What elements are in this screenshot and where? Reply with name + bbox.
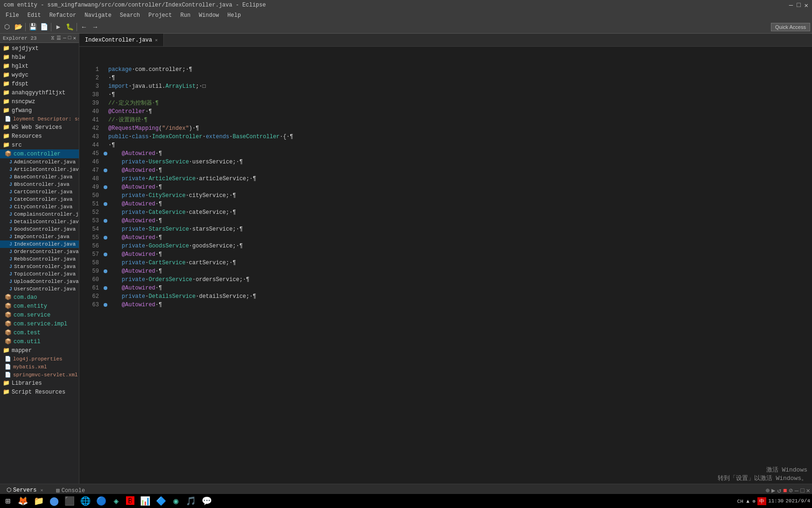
menu-item-run[interactable]: Run xyxy=(176,11,194,20)
close-button[interactable]: ✕ xyxy=(805,1,808,9)
sidebar-item-20[interactable]: JComplainsController.java xyxy=(0,211,79,218)
code-editor[interactable]: 1 package·com.controller;·¶ 2 ·¶ 3 impor… xyxy=(79,47,812,484)
sidebar-item-19[interactable]: JCityController.java xyxy=(0,203,79,211)
sidebar-item-22[interactable]: JGoodsController.java xyxy=(0,226,79,233)
toolbar-new[interactable]: ⬡ xyxy=(2,22,12,32)
sidebar-item-10[interactable]: 📁Resources xyxy=(0,132,79,141)
breakpoint-dot[interactable] xyxy=(104,185,107,189)
sidebar-item-18[interactable]: JCateController.java xyxy=(0,196,79,203)
menu-item-window[interactable]: Window xyxy=(195,11,223,20)
sidebar-item-2[interactable]: 📁hglxt xyxy=(0,62,79,71)
sidebar-item-14[interactable]: JArticleController.java xyxy=(0,166,79,173)
sidebar-item-23[interactable]: JImgController.java xyxy=(0,233,79,240)
sidebar-collapse-icon[interactable]: ⧖ xyxy=(51,35,55,41)
sidebar-item-29[interactable]: JUploadController.java xyxy=(0,278,79,285)
breakpoint-dot[interactable] xyxy=(104,236,107,240)
sidebar-item-38[interactable]: 📄log4j.properties xyxy=(0,355,79,363)
breakpoint-dot[interactable] xyxy=(104,202,107,206)
sidebar-item-9[interactable]: 📁WS Web Services xyxy=(0,123,79,132)
bottom-disconnect-icon[interactable]: ⊘ xyxy=(789,487,792,494)
toolbar-save-all[interactable]: 📄 xyxy=(39,22,49,32)
title-bar-controls[interactable]: — □ ✕ xyxy=(789,1,808,9)
breakpoint-dot[interactable] xyxy=(104,303,107,307)
sidebar-item-0[interactable]: 📁sejdjyxt xyxy=(0,44,79,53)
sidebar-item-16[interactable]: JBbsController.java xyxy=(0,181,79,188)
sidebar-item-6[interactable]: 📁nsncpwz xyxy=(0,97,79,106)
sidebar-item-1[interactable]: 📁hblw xyxy=(0,53,79,62)
taskbar-app5[interactable]: ◉ xyxy=(170,495,182,507)
sidebar-item-42[interactable]: 📁Script Resources xyxy=(0,388,79,396)
menu-item-project[interactable]: Project xyxy=(145,11,175,20)
servers-tab-close[interactable]: ✕ xyxy=(40,487,43,493)
sidebar-item-35[interactable]: 📦com.test xyxy=(0,328,79,337)
toolbar-save[interactable]: 💾 xyxy=(28,22,38,32)
sidebar-item-4[interactable]: 📁fdspt xyxy=(0,79,79,88)
sidebar-item-21[interactable]: JDetailsController.java xyxy=(0,218,79,226)
breakpoint-dot[interactable] xyxy=(104,219,107,223)
taskbar-media[interactable]: 🎵 xyxy=(184,495,198,507)
taskbar-eclipse[interactable]: ⬤ xyxy=(48,495,61,507)
toolbar-back[interactable]: ← xyxy=(79,22,89,32)
toolbar-run[interactable]: ▶ xyxy=(53,22,63,32)
taskbar-app3[interactable]: 📊 xyxy=(138,495,152,507)
taskbar-terminal[interactable]: ⬛ xyxy=(63,495,77,507)
sidebar-item-39[interactable]: 📄mybatis.xml xyxy=(0,363,79,371)
sidebar-item-5[interactable]: 📁anahqgyythfltjxt xyxy=(0,88,79,97)
sidebar-item-15[interactable]: JBaseController.java xyxy=(0,173,79,181)
sidebar-item-11[interactable]: 📁src xyxy=(0,141,79,149)
menu-item-help[interactable]: Help xyxy=(224,11,245,20)
sidebar-item-30[interactable]: JUsersController.java xyxy=(0,285,79,293)
sidebar-item-36[interactable]: 📦com.util xyxy=(0,337,79,346)
sidebar-item-34[interactable]: 📦com.service.impl xyxy=(0,319,79,328)
editor-tab-active[interactable]: IndexController.java ✕ xyxy=(79,34,164,46)
sidebar-item-32[interactable]: 📦com.entity xyxy=(0,302,79,310)
menu-item-refactor[interactable]: Refactor xyxy=(46,11,80,20)
sidebar-maximize-icon[interactable]: □ xyxy=(68,35,71,41)
breakpoint-dot[interactable] xyxy=(104,286,107,290)
bottom-close-icon[interactable]: ✕ xyxy=(806,487,810,494)
sidebar-item-25[interactable]: JOrdersController.java xyxy=(0,248,79,255)
sidebar-item-33[interactable]: 📦com.service xyxy=(0,310,79,319)
minimize-button[interactable]: — xyxy=(789,1,793,9)
sidebar-header-icons[interactable]: ⧖ ☰ — □ ✕ xyxy=(51,35,76,41)
toolbar-open[interactable]: 📂 xyxy=(13,22,23,32)
sidebar-item-3[interactable]: 📁wydyc xyxy=(0,71,79,79)
sidebar-item-13[interactable]: JAdminController.java xyxy=(0,158,79,166)
toolbar-forward[interactable]: → xyxy=(90,22,100,32)
taskbar-ime-icon[interactable]: 中 xyxy=(757,497,766,505)
breakpoint-dot[interactable] xyxy=(104,269,107,273)
taskbar-system-icons[interactable]: CH ▲ ⊕ xyxy=(737,498,756,504)
taskbar-folder[interactable]: 📁 xyxy=(32,495,46,507)
menu-item-file[interactable]: File xyxy=(2,11,23,20)
breakpoint-dot[interactable] xyxy=(104,152,107,155)
sidebar-item-27[interactable]: JStarsController.java xyxy=(0,263,79,270)
sidebar-item-12[interactable]: 📦com.controller xyxy=(0,149,79,158)
sidebar-item-37[interactable]: 📁mapper xyxy=(0,346,79,355)
sidebar-item-26[interactable]: JRebbsController.java xyxy=(0,255,79,263)
breakpoint-dot[interactable] xyxy=(104,253,107,256)
bottom-stop-icon[interactable]: ■ xyxy=(783,487,787,494)
maximize-button[interactable]: □ xyxy=(797,1,800,9)
sidebar-item-40[interactable]: 📄springmvc-servlet.xml xyxy=(0,371,79,379)
tab-close-icon[interactable]: ✕ xyxy=(155,37,158,43)
taskbar-chat[interactable]: 💬 xyxy=(200,495,214,507)
taskbar-start[interactable]: ⊞ xyxy=(2,495,14,507)
sidebar-close-icon[interactable]: ✕ xyxy=(73,35,76,41)
toolbar-debug[interactable]: 🐛 xyxy=(64,22,75,32)
menu-item-search[interactable]: Search xyxy=(116,11,144,20)
taskbar-chrome[interactable]: 🔵 xyxy=(94,495,108,507)
bottom-restart-icon[interactable]: ↺ xyxy=(777,487,781,494)
taskbar-browser[interactable]: 🌐 xyxy=(78,495,92,507)
bottom-start-icon[interactable]: ▶ xyxy=(771,487,775,494)
quick-access-button[interactable]: Quick Access xyxy=(771,23,810,31)
bottom-new-server-icon[interactable]: ⊕ xyxy=(766,487,770,494)
bottom-maximize-icon[interactable]: □ xyxy=(800,487,804,494)
taskbar-app2[interactable]: 🅱 xyxy=(124,495,136,507)
sidebar-item-7[interactable]: 📁gfwang xyxy=(0,106,79,115)
taskbar-app4[interactable]: 🔷 xyxy=(154,495,168,507)
sidebar-item-41[interactable]: 📁Libraries xyxy=(0,379,79,388)
sidebar-menu-icon[interactable]: ☰ xyxy=(56,35,61,41)
taskbar-app1[interactable]: ◈ xyxy=(110,495,122,507)
sidebar-item-31[interactable]: 📦com.dao xyxy=(0,293,79,302)
sidebar-item-24[interactable]: JIndexController.java xyxy=(0,240,79,248)
